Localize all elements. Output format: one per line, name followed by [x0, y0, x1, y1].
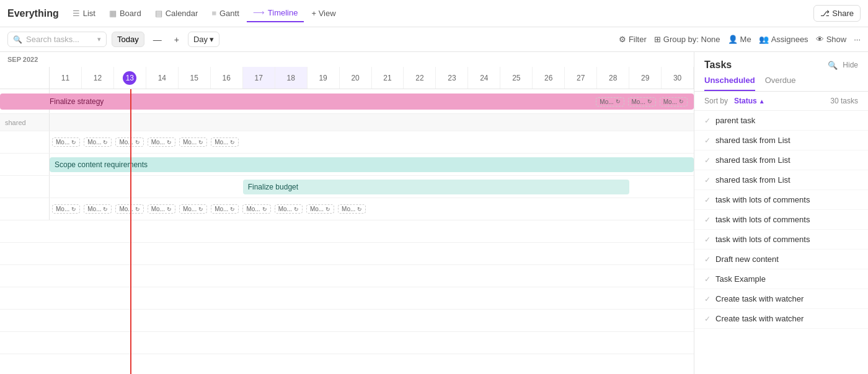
bchip-1[interactable]: Mo...↻ [52, 204, 80, 214]
task-check-icon: ✓ [704, 295, 711, 303]
timeline-row-budget: Finalize budget [0, 176, 694, 198]
date-num-12: 12 [94, 74, 102, 82]
tab-overdue[interactable]: Overdue [765, 76, 796, 91]
tasks-list: ✓parent task✓shared task from List✓share… [694, 111, 868, 374]
task-item-name: shared task from List [715, 136, 790, 145]
scope-cells: Scope content requirements [50, 154, 694, 175]
date-num-28: 28 [609, 74, 617, 82]
bchip-9[interactable]: Mo...↻ [306, 204, 334, 214]
app-header: Everything ☰ List ▦ Board ▤ Calendar ≡ G… [0, 0, 868, 27]
task-list-item[interactable]: ✓shared task from List [694, 150, 868, 170]
bchip-7[interactable]: Mo...↻ [242, 204, 270, 214]
date-cell-12: 12 [82, 67, 114, 89]
task-item-name: Task Example [715, 274, 766, 284]
tab-gantt-label: Gantt [219, 9, 239, 18]
date-num-14: 14 [158, 74, 166, 82]
tasks-sort: Sort by Status ▲ 30 tasks [694, 92, 868, 111]
timeline-row-shared: shared [0, 114, 694, 131]
search-tasks-icon[interactable]: 🔍 [828, 61, 838, 70]
assignees-button[interactable]: 👥 Assignees [759, 35, 808, 44]
tab-board[interactable]: ▦ Board [103, 5, 148, 22]
date-cell-17: 17 [243, 67, 275, 89]
tasks-panel: Tasks 🔍 Hide Unscheduled Overdue Sort by… [694, 52, 868, 374]
chip-6[interactable]: Mo...↻ [211, 137, 239, 147]
show-button[interactable]: 👁 Show [816, 35, 847, 44]
task-list-item[interactable]: ✓task with lots of comments [694, 190, 868, 210]
finalize-strategy-bar[interactable]: Finalize strategy Mo...↻ Mo...↻ Mo...↻ [0, 94, 694, 110]
date-cell-16: 16 [211, 67, 243, 89]
date-num-27: 27 [577, 74, 585, 82]
chip-1[interactable]: Mo...↻ [52, 137, 80, 147]
chip-2[interactable]: Mo...↻ [84, 137, 112, 147]
month-label: SEP 2022 [0, 52, 694, 67]
chip-mo3[interactable]: Mo...↻ [660, 97, 688, 107]
task-list-item[interactable]: ✓task with lots of comments [694, 230, 868, 250]
bchip-6[interactable]: Mo...↻ [211, 204, 239, 214]
tasks-header-icons: 🔍 Hide [828, 61, 858, 70]
empty-row-3 [0, 265, 694, 287]
finalize-budget-bar[interactable]: Finalize budget [243, 180, 629, 194]
filter-button[interactable]: ⚙ Filter [619, 35, 647, 44]
task-list-item[interactable]: ✓Draft new content [694, 250, 868, 269]
chip-mo2[interactable]: Mo...↻ [628, 97, 656, 107]
task-check-icon: ✓ [704, 235, 711, 244]
date-num-30: 30 [673, 74, 681, 82]
tab-unscheduled[interactable]: Unscheduled [704, 76, 755, 91]
app-title: Everything [7, 8, 59, 19]
chip-4[interactable]: Mo...↻ [148, 137, 175, 147]
timeline-rows: Finalize strategy Mo...↻ Mo...↻ Mo...↻ s… [0, 89, 694, 374]
tab-view[interactable]: + View [305, 5, 342, 22]
chip-mo1[interactable]: Mo...↻ [596, 97, 624, 107]
sort-field[interactable]: Status [734, 97, 757, 105]
task-list-item[interactable]: ✓parent task [694, 111, 868, 131]
show-label: Show [826, 35, 847, 44]
gantt-icon: ≡ [211, 9, 216, 18]
day-dropdown[interactable]: Day ▾ [188, 32, 219, 47]
nav-tabs: ☰ List ▦ Board ▤ Calendar ≡ Gantt ⟶ Time… [66, 4, 342, 22]
bchip-8[interactable]: Mo...↻ [275, 204, 303, 214]
tab-calendar[interactable]: ▤ Calendar [149, 5, 205, 22]
task-item-name: task with lots of comments [715, 215, 810, 224]
sort-arrow[interactable]: ▲ [759, 98, 765, 105]
prev-arrow[interactable]: — [149, 32, 166, 47]
group-by-button[interactable]: ⊞ Group by: None [654, 35, 720, 44]
chips-row: Mo...↻ Mo...↻ Mo...↻ Mo...↻ Mo...↻ Mo...… [50, 131, 694, 153]
next-arrow[interactable]: + [170, 32, 183, 47]
task-list-item[interactable]: ✓Create task with watcher [694, 309, 868, 329]
budget-cells: Finalize budget [50, 176, 694, 198]
today-button[interactable]: Today [112, 32, 144, 47]
more-button[interactable]: ··· [854, 35, 861, 44]
task-check-icon: ✓ [704, 176, 711, 185]
bchip-2[interactable]: Mo...↻ [84, 204, 112, 214]
scope-content-label: Scope content requirements [55, 160, 148, 169]
me-icon: 👤 [728, 35, 738, 44]
task-list-item[interactable]: ✓shared task from List [694, 170, 868, 190]
task-list-item[interactable]: ✓shared task from List [694, 131, 868, 150]
search-box[interactable]: 🔍 Search tasks... ▾ [7, 32, 107, 47]
row-label-bottom [0, 198, 50, 220]
finalize-budget-label: Finalize budget [248, 183, 298, 191]
chip-5[interactable]: Mo...↻ [179, 137, 207, 147]
date-num-15: 15 [190, 74, 198, 82]
share-button[interactable]: ⎇ Share [813, 5, 861, 22]
task-item-name: shared task from List [715, 155, 790, 165]
scope-content-bar[interactable]: Scope content requirements [50, 157, 694, 172]
task-check-icon: ✓ [704, 136, 711, 145]
empty-row-1 [0, 220, 694, 243]
date-cell-25: 25 [500, 67, 533, 89]
tab-timeline[interactable]: ⟶ Timeline [247, 4, 304, 22]
hide-tasks-label[interactable]: Hide [843, 61, 858, 70]
show-icon: 👁 [816, 35, 824, 44]
tab-gantt[interactable]: ≡ Gantt [205, 5, 245, 22]
task-list-item[interactable]: ✓Create task with watcher [694, 289, 868, 309]
toolbar-right: ⚙ Filter ⊞ Group by: None 👤 Me 👥 Assigne… [619, 35, 861, 44]
list-icon: ☰ [73, 9, 80, 18]
task-list-item[interactable]: ✓task with lots of comments [694, 210, 868, 230]
task-list-item[interactable]: ✓Task Example [694, 269, 868, 289]
task-check-icon: ✓ [704, 116, 711, 125]
bchip-5[interactable]: Mo...↻ [179, 204, 207, 214]
me-button[interactable]: 👤 Me [728, 35, 751, 44]
bchip-4[interactable]: Mo...↻ [148, 204, 175, 214]
tab-list[interactable]: ☰ List [66, 5, 102, 22]
bchip-10[interactable]: Mo...↻ [338, 204, 366, 214]
